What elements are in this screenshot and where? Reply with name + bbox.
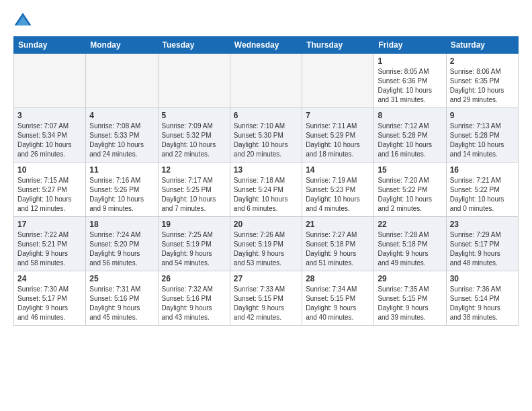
day-cell: 13Sunrise: 7:18 AM Sunset: 5:24 PM Dayli…	[230, 163, 302, 217]
day-info: Sunrise: 7:36 AM Sunset: 5:14 PM Dayligh…	[450, 285, 515, 322]
day-cell: 19Sunrise: 7:25 AM Sunset: 5:19 PM Dayli…	[158, 217, 230, 271]
day-number: 15	[378, 165, 442, 175]
day-number: 21	[306, 220, 370, 229]
day-info: Sunrise: 7:10 AM Sunset: 5:30 PM Dayligh…	[234, 122, 298, 159]
weekday-header-monday: Monday	[86, 37, 158, 54]
day-info: Sunrise: 8:05 AM Sunset: 6:36 PM Dayligh…	[378, 67, 442, 105]
day-cell: 27Sunrise: 7:33 AM Sunset: 5:15 PM Dayli…	[230, 271, 302, 326]
day-info: Sunrise: 7:13 AM Sunset: 5:28 PM Dayligh…	[450, 122, 515, 159]
day-info: Sunrise: 7:17 AM Sunset: 5:25 PM Dayligh…	[162, 176, 226, 214]
day-number: 3	[17, 111, 82, 120]
day-cell: 18Sunrise: 7:24 AM Sunset: 5:20 PM Dayli…	[86, 217, 158, 271]
day-number: 4	[89, 111, 154, 120]
week-row-2: 3Sunrise: 7:07 AM Sunset: 5:34 PM Daylig…	[14, 108, 519, 163]
day-number: 8	[378, 111, 442, 120]
day-number: 6	[234, 111, 298, 120]
day-info: Sunrise: 7:08 AM Sunset: 5:33 PM Dayligh…	[89, 122, 154, 159]
day-cell: 21Sunrise: 7:27 AM Sunset: 5:18 PM Dayli…	[302, 217, 374, 271]
day-info: Sunrise: 7:21 AM Sunset: 5:22 PM Dayligh…	[450, 176, 515, 214]
day-number: 25	[89, 274, 154, 283]
day-info: Sunrise: 7:09 AM Sunset: 5:32 PM Dayligh…	[162, 122, 226, 159]
day-number: 29	[378, 274, 442, 283]
day-number: 24	[17, 274, 82, 283]
day-number: 11	[89, 165, 154, 175]
day-cell: 20Sunrise: 7:26 AM Sunset: 5:19 PM Dayli…	[230, 217, 302, 271]
day-cell	[230, 54, 302, 108]
day-number: 17	[17, 220, 82, 229]
day-info: Sunrise: 7:25 AM Sunset: 5:19 PM Dayligh…	[162, 230, 226, 268]
day-number: 2	[450, 56, 515, 66]
day-info: Sunrise: 7:29 AM Sunset: 5:17 PM Dayligh…	[450, 230, 515, 268]
day-number: 27	[234, 274, 298, 283]
weekday-header-thursday: Thursday	[302, 37, 374, 54]
day-info: Sunrise: 7:32 AM Sunset: 5:16 PM Dayligh…	[162, 285, 226, 322]
day-cell: 4Sunrise: 7:08 AM Sunset: 5:33 PM Daylig…	[86, 108, 158, 163]
day-cell	[14, 54, 86, 108]
day-number: 1	[378, 56, 442, 66]
day-cell: 14Sunrise: 7:19 AM Sunset: 5:23 PM Dayli…	[302, 163, 374, 217]
week-row-4: 17Sunrise: 7:22 AM Sunset: 5:21 PM Dayli…	[14, 217, 519, 271]
day-number: 28	[306, 274, 370, 283]
day-number: 30	[450, 274, 515, 283]
day-cell: 8Sunrise: 7:12 AM Sunset: 5:28 PM Daylig…	[374, 108, 446, 163]
day-number: 20	[234, 220, 298, 229]
weekday-header-row: SundayMondayTuesdayWednesdayThursdayFrid…	[14, 37, 519, 54]
day-cell: 7Sunrise: 7:11 AM Sunset: 5:29 PM Daylig…	[302, 108, 374, 163]
day-info: Sunrise: 7:22 AM Sunset: 5:21 PM Dayligh…	[17, 230, 82, 268]
day-number: 16	[450, 165, 515, 175]
day-info: Sunrise: 7:18 AM Sunset: 5:24 PM Dayligh…	[234, 176, 298, 214]
day-cell: 1Sunrise: 8:05 AM Sunset: 6:36 PM Daylig…	[374, 54, 446, 108]
day-cell: 24Sunrise: 7:30 AM Sunset: 5:17 PM Dayli…	[14, 271, 86, 326]
day-cell: 22Sunrise: 7:28 AM Sunset: 5:18 PM Dayli…	[374, 217, 446, 271]
day-cell: 16Sunrise: 7:21 AM Sunset: 5:22 PM Dayli…	[446, 163, 518, 217]
day-number: 7	[306, 111, 370, 120]
day-cell: 10Sunrise: 7:15 AM Sunset: 5:27 PM Dayli…	[14, 163, 86, 217]
day-number: 14	[306, 165, 370, 175]
day-cell: 28Sunrise: 7:34 AM Sunset: 5:15 PM Dayli…	[302, 271, 374, 326]
day-info: Sunrise: 7:11 AM Sunset: 5:29 PM Dayligh…	[306, 122, 370, 159]
day-info: Sunrise: 7:31 AM Sunset: 5:16 PM Dayligh…	[89, 285, 154, 322]
day-number: 23	[450, 220, 515, 229]
day-number: 18	[89, 220, 154, 229]
day-cell	[86, 54, 158, 108]
calendar-table: SundayMondayTuesdayWednesdayThursdayFrid…	[13, 36, 519, 326]
week-row-1: 1Sunrise: 8:05 AM Sunset: 6:36 PM Daylig…	[14, 54, 519, 108]
day-number: 10	[17, 165, 82, 175]
day-cell: 29Sunrise: 7:35 AM Sunset: 5:15 PM Dayli…	[374, 271, 446, 326]
day-info: Sunrise: 7:15 AM Sunset: 5:27 PM Dayligh…	[17, 176, 82, 214]
day-info: Sunrise: 7:28 AM Sunset: 5:18 PM Dayligh…	[378, 230, 442, 268]
page-header	[13, 11, 519, 30]
day-cell: 3Sunrise: 7:07 AM Sunset: 5:34 PM Daylig…	[14, 108, 86, 163]
weekday-header-friday: Friday	[374, 37, 446, 54]
day-number: 26	[162, 274, 226, 283]
day-cell: 2Sunrise: 8:06 AM Sunset: 6:35 PM Daylig…	[446, 54, 518, 108]
day-cell: 23Sunrise: 7:29 AM Sunset: 5:17 PM Dayli…	[446, 217, 518, 271]
logo	[13, 11, 35, 30]
day-info: Sunrise: 8:06 AM Sunset: 6:35 PM Dayligh…	[450, 67, 515, 105]
weekday-header-tuesday: Tuesday	[158, 37, 230, 54]
day-number: 22	[378, 220, 442, 229]
day-info: Sunrise: 7:34 AM Sunset: 5:15 PM Dayligh…	[306, 285, 370, 322]
day-cell: 25Sunrise: 7:31 AM Sunset: 5:16 PM Dayli…	[86, 271, 158, 326]
day-info: Sunrise: 7:16 AM Sunset: 5:26 PM Dayligh…	[89, 176, 154, 214]
day-cell: 30Sunrise: 7:36 AM Sunset: 5:14 PM Dayli…	[446, 271, 518, 326]
day-cell: 11Sunrise: 7:16 AM Sunset: 5:26 PM Dayli…	[86, 163, 158, 217]
day-info: Sunrise: 7:26 AM Sunset: 5:19 PM Dayligh…	[234, 230, 298, 268]
day-info: Sunrise: 7:27 AM Sunset: 5:18 PM Dayligh…	[306, 230, 370, 268]
day-info: Sunrise: 7:30 AM Sunset: 5:17 PM Dayligh…	[17, 285, 82, 322]
day-info: Sunrise: 7:24 AM Sunset: 5:20 PM Dayligh…	[89, 230, 154, 268]
day-cell	[302, 54, 374, 108]
day-cell	[158, 54, 230, 108]
weekday-header-saturday: Saturday	[446, 37, 518, 54]
day-number: 9	[450, 111, 515, 120]
day-info: Sunrise: 7:20 AM Sunset: 5:22 PM Dayligh…	[378, 176, 442, 214]
day-info: Sunrise: 7:19 AM Sunset: 5:23 PM Dayligh…	[306, 176, 370, 214]
day-number: 12	[162, 165, 226, 175]
weekday-header-wednesday: Wednesday	[230, 37, 302, 54]
day-info: Sunrise: 7:33 AM Sunset: 5:15 PM Dayligh…	[234, 285, 298, 322]
day-number: 19	[162, 220, 226, 229]
day-info: Sunrise: 7:12 AM Sunset: 5:28 PM Dayligh…	[378, 122, 442, 159]
day-number: 5	[162, 111, 226, 120]
day-info: Sunrise: 7:35 AM Sunset: 5:15 PM Dayligh…	[378, 285, 442, 322]
day-cell: 12Sunrise: 7:17 AM Sunset: 5:25 PM Dayli…	[158, 163, 230, 217]
